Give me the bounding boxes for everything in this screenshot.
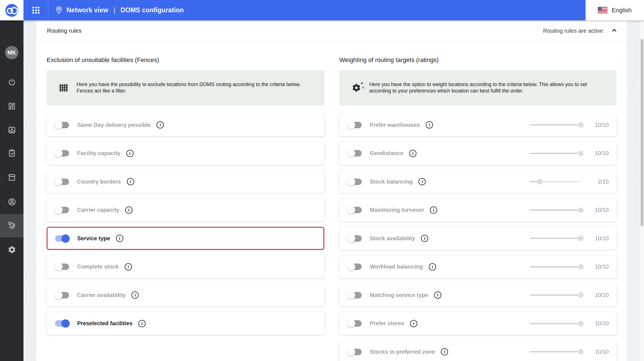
stock-availability-slider[interactable] (530, 238, 581, 239)
breadcrumb-separator: | (113, 6, 115, 14)
fence-row-country-borders: Country bordersi (47, 170, 324, 193)
slider-thumb[interactable] (578, 207, 584, 213)
geodistance-toggle[interactable] (347, 149, 362, 157)
chevron-up-icon[interactable] (610, 27, 618, 35)
info-icon[interactable]: i (157, 121, 164, 129)
info-icon[interactable]: i (125, 263, 132, 270)
workload-balancing-toggle[interactable] (347, 263, 362, 271)
info-icon[interactable]: i (426, 121, 433, 129)
sidebar-item-settings-gear[interactable] (0, 238, 23, 262)
sidebar-item-clipboard-check[interactable] (0, 142, 23, 165)
same-day-delivery-possible-toggle[interactable] (55, 121, 70, 129)
prefer-warehouses-slider[interactable] (530, 124, 581, 125)
prefer-warehouses-toggle[interactable] (347, 121, 362, 129)
info-icon[interactable]: i (429, 263, 436, 270)
avatar[interactable]: MK (5, 46, 18, 59)
rating-row-stock-balancing: Stock balancingi2/10 (339, 170, 617, 193)
toggle-thumb[interactable] (347, 291, 355, 299)
geodistance-slider[interactable] (530, 153, 581, 154)
complete-stock-toggle[interactable] (55, 263, 70, 271)
stocks-in-preferred-zone-slider[interactable] (530, 351, 581, 352)
facility-capacity-toggle[interactable] (55, 149, 70, 157)
brand-rings-logo[interactable] (5, 4, 18, 17)
apps-grid-icon[interactable] (32, 7, 39, 14)
toggle-thumb[interactable] (55, 206, 63, 214)
toggle-thumb[interactable] (347, 149, 355, 157)
scrollbar-track[interactable] (640, 20, 644, 361)
info-icon[interactable]: i (126, 150, 134, 157)
toggle-thumb[interactable] (55, 291, 63, 299)
toggle-thumb[interactable] (347, 234, 355, 243)
country-borders-toggle[interactable] (55, 178, 70, 186)
sidebar-item-storefront[interactable] (0, 166, 23, 190)
info-icon[interactable]: i (418, 178, 426, 185)
slider-thumb[interactable] (578, 151, 584, 156)
sidebar-item-account-circle[interactable] (0, 191, 23, 214)
toggle-thumb[interactable] (347, 263, 355, 271)
info-icon[interactable]: i (441, 348, 448, 355)
toggle-thumb[interactable] (347, 206, 355, 214)
stock-balancing-slider-group: 2/10 (530, 179, 609, 185)
info-icon[interactable]: i (116, 235, 123, 242)
toggle-thumb[interactable] (347, 121, 355, 129)
slider-thumb[interactable] (578, 264, 584, 270)
toggle-thumb[interactable] (55, 263, 63, 271)
nav-doms-configuration[interactable]: DOMS configuration (121, 6, 184, 14)
toggle-thumb[interactable] (347, 178, 355, 186)
service-type-toggle[interactable] (55, 234, 70, 243)
rating-value: 10/10 (589, 150, 609, 156)
slider-thumb[interactable] (537, 179, 543, 184)
info-icon[interactable]: i (125, 206, 132, 214)
settings-gear-icon (8, 245, 16, 255)
slider-thumb[interactable] (578, 321, 584, 326)
sidebar-item-inbox-download[interactable] (0, 119, 23, 142)
toggle-thumb[interactable] (61, 234, 70, 243)
carrier-capacity-toggle[interactable] (55, 206, 70, 214)
info-icon[interactable]: i (430, 206, 437, 214)
info-icon[interactable]: i (409, 150, 416, 157)
maximizing-turnover-slider-group: 10/10 (530, 207, 609, 213)
routing-rules-collapse[interactable]: Routing rules are active (543, 27, 618, 35)
matching-service-type-toggle[interactable] (347, 291, 362, 299)
sidebar-item-power[interactable] (0, 71, 23, 94)
slider-thumb[interactable] (578, 349, 584, 355)
prefer-stores-slider[interactable] (530, 323, 581, 324)
prefer-warehouses-slider-group: 10/10 (530, 122, 609, 128)
stocks-in-preferred-zone-toggle[interactable] (347, 348, 362, 356)
nav-network-view[interactable]: Network view (67, 6, 108, 14)
power-icon (8, 78, 16, 88)
toggle-thumb[interactable] (55, 121, 63, 129)
maximizing-turnover-toggle[interactable] (347, 206, 362, 214)
stock-balancing-toggle[interactable] (347, 178, 362, 186)
info-icon[interactable]: i (410, 320, 417, 327)
toggle-thumb[interactable] (347, 348, 355, 356)
info-icon[interactable]: i (131, 291, 139, 299)
sidebar-item-network-tree[interactable] (0, 214, 23, 238)
info-icon[interactable]: i (138, 320, 146, 327)
info-icon[interactable]: i (434, 291, 441, 299)
toggle-thumb[interactable] (55, 178, 63, 186)
matching-service-type-slider[interactable] (530, 294, 581, 296)
info-icon[interactable]: i (127, 178, 134, 185)
slider-thumb[interactable] (578, 292, 584, 298)
workload-balancing-slider[interactable] (530, 266, 581, 267)
slider-thumb[interactable] (578, 236, 584, 241)
prefer-stores-toggle[interactable] (347, 319, 362, 327)
scrollbar-thumb[interactable] (641, 39, 643, 226)
slider-fill (530, 266, 581, 267)
stock-balancing-slider[interactable] (530, 181, 581, 182)
info-icon[interactable]: i (421, 235, 428, 242)
slider-thumb[interactable] (578, 122, 584, 128)
toggle-thumb[interactable] (55, 149, 63, 157)
prefer-warehouses-label: Prefer warehouses (370, 122, 420, 128)
sidebar-item-dashboard[interactable] (0, 95, 23, 118)
stock-availability-toggle[interactable] (347, 234, 362, 243)
maximizing-turnover-slider[interactable] (530, 210, 581, 211)
toggle-thumb[interactable] (347, 319, 355, 327)
language-selector[interactable]: English (586, 0, 644, 20)
clipboard-check-icon (8, 149, 16, 158)
sidebar: MK (0, 20, 23, 361)
toggle-thumb[interactable] (61, 319, 70, 327)
preselected-facilities-toggle[interactable] (55, 319, 70, 327)
carrier-availability-toggle[interactable] (55, 291, 70, 299)
